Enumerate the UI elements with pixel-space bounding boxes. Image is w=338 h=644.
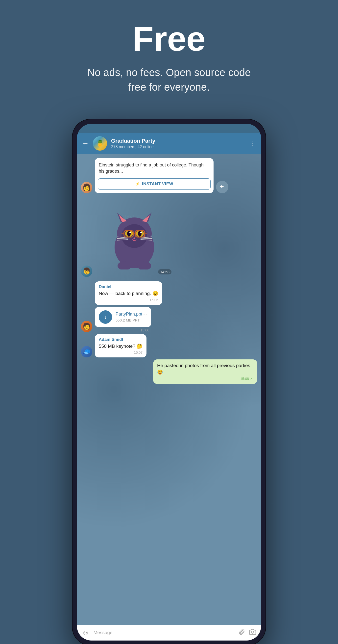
phone-screen: ← 🍍 Graduation Party 278 members, 42 onl… [77,124,261,640]
checkmark-icon: ✓ [250,376,253,381]
article-card: Einstein struggled to find a job out of … [95,158,214,193]
instant-view-button[interactable]: ⚡ INSTANT VIEW [98,178,211,190]
hero-subtitle: No ads, no fees. Open source code free f… [82,66,256,94]
chat-name: Graduation Party [111,138,246,144]
bubble-outgoing: He pasted in photos from all previous pa… [153,360,257,384]
phone-wrapper: ← 🍍 Graduation Party 278 members, 42 onl… [72,120,266,644]
instant-view-label: INSTANT VIEW [142,182,173,186]
lightning-icon: ⚡ [135,182,140,186]
input-bar: ☺ Message [77,625,261,640]
svg-line-20 [117,238,128,239]
file-bubble: ↓ PartyPlan.ppt ⋯ 550.2 MB PPT [95,307,151,327]
adam-text: 550 MB keynote? 🤔 [99,343,143,350]
svg-point-9 [127,230,131,236]
hero-section: Free No ads, no fees. Open source code f… [0,0,338,110]
message-row-adam: 🧢 Adam Smidt 550 MB keynote? 🤔 15:07 [81,334,257,358]
hero-title: Free [10,20,328,58]
adam-sender: Adam Smidt [99,337,143,342]
more-options-button[interactable]: ⋮ [250,140,256,147]
file-name: PartyPlan.ppt [116,312,142,317]
svg-point-11 [129,232,131,233]
svg-point-6 [121,224,147,248]
avatar-man2: 🧑 [81,321,92,332]
message-row-article: 👩 Einstein struggled to find a job out o… [81,158,257,193]
avatar-man1: 👦 [81,266,92,277]
svg-point-12 [140,232,142,233]
attach-button[interactable] [239,629,245,637]
sticker-time: 14:58 [158,269,171,274]
chat-info: Graduation Party 278 members, 42 online [111,138,246,149]
file-menu-button[interactable]: ⋯ [142,312,147,318]
bubble-adam: Adam Smidt 550 MB keynote? 🤔 15:07 [95,334,146,358]
outgoing-text: He pasted in photos from all previous pa… [157,362,253,376]
back-button[interactable]: ← [82,140,89,148]
avatar-woman: 👩 [81,182,92,193]
chat-avatar: 🍍 [93,136,107,150]
file-time: 15:06 [95,327,151,332]
daniel-text: Now — back to planning. 😉 [99,290,158,297]
adam-time: 15:07 [99,350,143,354]
share-button[interactable] [216,181,228,193]
bubble-daniel: Daniel Now — back to planning. 😉 15:06 [95,282,162,305]
article-text: Einstein struggled to find a job out of … [95,158,214,176]
svg-point-29 [251,631,254,633]
svg-line-23 [141,238,152,239]
message-row-file: 🧑 ↓ PartyPlan.ppt ⋯ [81,307,257,332]
outgoing-time: 15:08 ✓ [157,376,253,381]
sticker-message: t = πr² A = ... V = l³ P = 2πr A = πr² s… [95,198,174,277]
daniel-time: 15:06 [99,298,158,302]
chat-header: ← 🍍 Graduation Party 278 members, 42 onl… [77,133,261,154]
cat-sticker [95,198,174,277]
avatar-man3: 🧢 [81,346,92,358]
message-row-sticker: 👦 t = πr² A = ... V = l³ P = 2πr A = πr²… [81,198,257,277]
chat-meta: 278 members, 42 online [111,145,246,149]
file-meta: 550.2 MB PPT [116,318,147,322]
emoji-button[interactable]: ☺ [82,628,90,637]
file-header: PartyPlan.ppt ⋯ [116,312,147,318]
file-info: PartyPlan.ppt ⋯ 550.2 MB PPT [116,312,147,322]
status-bar [77,124,261,133]
message-input-placeholder[interactable]: Message [93,630,235,635]
message-row-daniel: Daniel Now — back to planning. 😉 15:06 [81,282,257,305]
message-row-outgoing: He pasted in photos from all previous pa… [81,360,257,384]
phone-outer: ← 🍍 Graduation Party 278 members, 42 onl… [72,120,266,644]
daniel-sender: Daniel [99,284,158,289]
chat-area: 👩 Einstein struggled to find a job out o… [77,154,261,625]
camera-button[interactable] [249,628,256,637]
svg-point-10 [138,230,142,236]
file-download-button[interactable]: ↓ [99,310,112,324]
